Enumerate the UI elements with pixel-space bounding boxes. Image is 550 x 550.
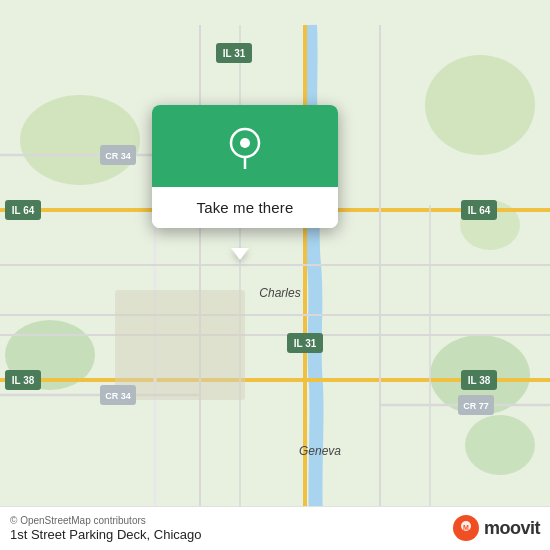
location-pin-icon — [223, 125, 267, 169]
svg-text:IL 64: IL 64 — [468, 205, 491, 216]
svg-text:Charles: Charles — [259, 286, 300, 300]
svg-text:CR 34: CR 34 — [105, 151, 131, 161]
bottom-bar: © OpenStreetMap contributors 1st Street … — [0, 506, 550, 550]
svg-point-1 — [20, 95, 140, 185]
svg-text:IL 38: IL 38 — [468, 375, 491, 386]
map-background: IL 31 IL 64 IL 64 IL 31 IL 38 IL 38 CR 3… — [0, 0, 550, 550]
attribution-text: © OpenStreetMap contributors — [10, 515, 201, 526]
svg-point-6 — [465, 415, 535, 475]
map-container: IL 31 IL 64 IL 64 IL 31 IL 38 IL 38 CR 3… — [0, 0, 550, 550]
take-me-there-button[interactable]: Take me there — [152, 187, 338, 228]
moovit-logo: M moovit — [452, 514, 540, 542]
popup-tail — [231, 248, 249, 260]
popup-green-area — [152, 105, 338, 187]
bottom-left-info: © OpenStreetMap contributors 1st Street … — [10, 515, 201, 542]
svg-text:IL 64: IL 64 — [12, 205, 35, 216]
moovit-brand-text: moovit — [484, 518, 540, 539]
svg-text:IL 31: IL 31 — [223, 48, 246, 59]
svg-text:CR 77: CR 77 — [463, 401, 489, 411]
svg-text:IL 38: IL 38 — [12, 375, 35, 386]
popup-card: Take me there — [152, 105, 338, 228]
svg-point-2 — [425, 55, 535, 155]
location-name: 1st Street Parking Deck, Chicago — [10, 527, 201, 542]
svg-rect-21 — [115, 290, 245, 400]
svg-text:CR 34: CR 34 — [105, 391, 131, 401]
moovit-brand-icon: M — [452, 514, 480, 542]
svg-text:IL 31: IL 31 — [294, 338, 317, 349]
svg-point-43 — [240, 138, 250, 148]
svg-text:Geneva: Geneva — [299, 444, 341, 458]
svg-text:M: M — [463, 524, 469, 531]
